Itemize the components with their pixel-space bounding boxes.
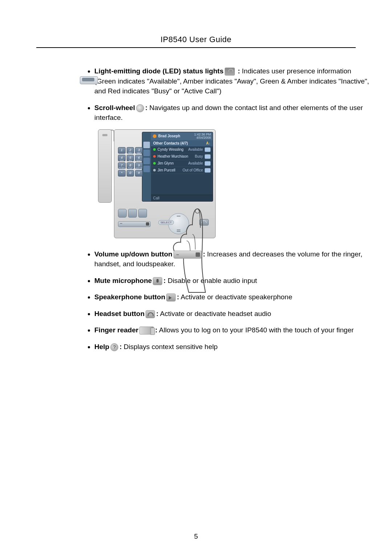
presence-icon <box>153 148 156 151</box>
contact-name: Jim Purcell <box>158 168 183 172</box>
screen-datetime: 1:42:36 PM 4/04/2008 <box>194 133 211 139</box>
key-8: 8TUV <box>127 162 134 169</box>
bullet-help-desc: Displays context sensitive help <box>122 343 218 351</box>
contact-status: Busy <box>195 154 203 158</box>
finger-reader-slot <box>80 76 98 84</box>
volume-bar-icon <box>118 221 151 227</box>
header-rule <box>36 47 356 48</box>
screen-user-name: Brad Joseph <box>158 134 192 138</box>
side-tab <box>143 150 150 156</box>
finger-reader-icon <box>80 76 97 87</box>
phone-illustration: Brad Joseph 1:42:36 PM 4/04/2008 Other C… <box>98 129 218 238</box>
bullet-volume-label: Volume up/down button <box>94 250 172 258</box>
contact-card-icon <box>205 147 211 152</box>
key-2: 2ABC <box>127 147 134 154</box>
phone-lower-controls: SELECT <box>118 209 212 234</box>
contact-status: Out of Office <box>183 168 203 172</box>
key-0: 0 <box>127 170 134 177</box>
bullet-scroll-label: Scroll-wheel <box>94 104 135 112</box>
contact-name: Jim Glynn <box>158 161 188 165</box>
bullet-finger: Finger reader: Allows you to log on to y… <box>94 325 370 335</box>
mute-button-icon <box>138 209 147 218</box>
bullet-volume: Volume up/down button: Increases and dec… <box>94 249 370 269</box>
contact-list: Cyndy Wessling Available Heather Murchis… <box>151 146 213 195</box>
bullet-finger-desc: Allows you to log on to your IP8540 with… <box>158 326 354 334</box>
colon: : <box>236 67 240 75</box>
page-number: 5 <box>0 532 392 540</box>
contact-card-icon <box>205 168 211 173</box>
bullet-scroll: Scroll-wheel: Navigates up and down the … <box>94 103 370 123</box>
page: IP8540 User Guide Light-emitting diode (… <box>0 0 392 555</box>
presence-icon <box>153 169 156 171</box>
screen-main: Brad Joseph 1:42:36 PM 4/04/2008 Other C… <box>151 132 213 201</box>
user-presence-icon <box>153 134 156 138</box>
screen-date: 4/04/2008 <box>194 136 211 139</box>
volume-icon <box>173 251 202 259</box>
side-tab <box>143 166 150 172</box>
contact-status: Available <box>188 161 203 165</box>
key-hash: # <box>135 170 143 177</box>
contact-row: Jim Purcell Out of Office <box>151 167 213 174</box>
scroll-wheel: SELECT <box>168 213 189 234</box>
key-5: 5JKL <box>127 155 134 161</box>
sort-icon: A↓ <box>206 141 211 145</box>
bullet-speaker-label: Speakerphone button <box>94 293 165 301</box>
phone-screen: Brad Joseph 1:42:36 PM 4/04/2008 Other C… <box>142 132 213 202</box>
key-6: 6MNO <box>135 155 143 161</box>
contact-row: Heather Murchison Busy <box>151 153 213 160</box>
bullet-speaker: Speakerphone button: Activate or deactiv… <box>94 292 370 302</box>
phone: Brad Joseph 1:42:36 PM 4/04/2008 Other C… <box>98 129 218 238</box>
led-slot-icon <box>199 219 209 226</box>
contact-card-icon <box>205 154 211 159</box>
phone-handset <box>98 129 112 203</box>
side-tab <box>143 158 150 164</box>
key-3: 3DEF <box>135 147 143 154</box>
key-star: * <box>118 170 126 177</box>
key-4: 4GHI <box>118 155 126 161</box>
bullet-speaker-desc: Activate or deactivate speakerphone <box>179 293 293 301</box>
key-7: 7PQRS <box>118 162 126 169</box>
bullet-led-label: Light-emitting diode (LED) status lights <box>94 67 224 75</box>
phone-keypad: 1 2ABC 3DEF 4GHI 5JKL 6MNO 7PQRS 8TUV 9W… <box>118 147 143 177</box>
bullet-headset-label: Headset button <box>94 310 144 317</box>
scroll-wheel-icon <box>136 104 144 112</box>
contact-row: Jim Glynn Available <box>151 160 213 167</box>
key-9: 9WXYZ <box>135 162 143 169</box>
screen-call-bar: Call <box>151 195 213 201</box>
bullet-mute-label: Mute microphone <box>94 277 152 284</box>
speakerphone-icon <box>166 293 176 301</box>
bullet-headset: Headset button: Activate or deactivate h… <box>94 309 370 319</box>
select-button: SELECT <box>158 220 174 225</box>
bullet-help-label: Help <box>94 343 109 351</box>
mute-icon <box>153 277 162 285</box>
headset-icon <box>146 310 155 318</box>
contact-row: Cyndy Wessling Available <box>151 146 213 153</box>
led-icon <box>225 68 235 76</box>
screen-topbar: Brad Joseph 1:42:36 PM 4/04/2008 <box>151 132 213 140</box>
help-icon <box>110 343 118 351</box>
page-title: IP8540 User Guide <box>36 35 356 47</box>
screen-side-tabs <box>142 132 151 201</box>
section-title: Other Contacts (4/7) <box>153 141 188 145</box>
key-1: 1 <box>118 147 126 154</box>
bullet-led: Light-emitting diode (LED) status lights… <box>94 66 370 96</box>
headset-button-icon <box>118 209 127 218</box>
screen-section-header: Other Contacts (4/7) A↓ <box>151 140 213 146</box>
contact-name: Heather Murchison <box>158 154 195 158</box>
bullet-list-bottom: Volume up/down button: Increases and dec… <box>94 249 370 352</box>
bullet-headset-desc: Activate or deactivate headset audio <box>159 310 271 317</box>
contact-card-icon <box>205 161 211 166</box>
contact-name: Cyndy Wessling <box>158 147 188 151</box>
bullet-list-top: Light-emitting diode (LED) status lights… <box>94 66 370 123</box>
presence-icon <box>153 155 156 158</box>
bullet-help: Help: Displays context sensitive help <box>94 342 370 352</box>
bullet-finger-label: Finger reader <box>94 326 138 334</box>
contact-status: Available <box>188 147 203 151</box>
side-tab <box>143 142 150 148</box>
bullet-mute: Mute microphone: Disable or enable audio… <box>94 276 370 286</box>
speaker-button-icon <box>128 209 137 218</box>
phone-body: Brad Joseph 1:42:36 PM 4/04/2008 Other C… <box>114 129 216 238</box>
finger-reader-inline-icon <box>139 327 154 335</box>
presence-icon <box>153 162 156 165</box>
bullet-mute-desc: Disable or enable audio input <box>166 277 257 284</box>
